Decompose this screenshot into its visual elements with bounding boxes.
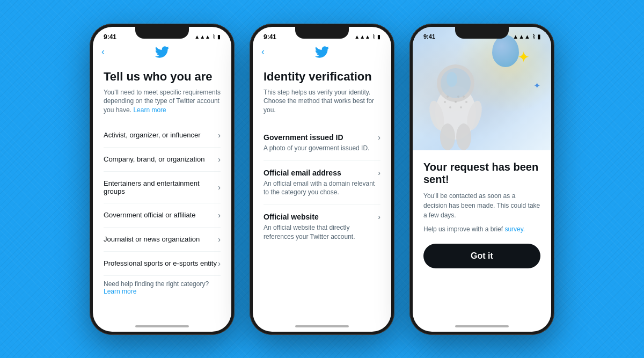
ver-desc-id: A photo of your goverment issued ID. [264,144,380,153]
survey-text: Help us improve with a brief survey. [423,225,540,233]
nav-bar-2: ‹ [253,43,391,61]
notch-3 [455,27,509,39]
battery-icon-2: ▮ [377,34,380,40]
help-text-1: Need help finding the right category? Le… [104,280,221,295]
screen-1-title: Tell us who you are [104,70,221,84]
menu-item-sports[interactable]: Professional sports or e-sports entity › [104,252,221,276]
phone-1: 9:41 ▲▲▲ ⌇ ▮ ‹ Tell us who you are You'l… [90,24,235,335]
chevron-icon-activist: › [218,131,221,140]
survey-prefix: Help us improve with a brief [423,225,503,233]
astronaut-illustration [418,32,493,150]
menu-item-activist[interactable]: Activist, organizer, or influencer › [104,123,221,148]
svg-point-10 [455,101,457,103]
twitter-logo-1 [155,46,170,58]
menu-item-journalist[interactable]: Journalist or news organization › [104,228,221,252]
wifi-icon-2: ⌇ [372,34,375,40]
battery-icon-3: ▮ [537,33,540,40]
chevron-icon-government: › [218,211,221,220]
chevron-icon-entertainers: › [218,183,221,192]
chevron-icon-id: › [378,133,380,142]
screen-3-description: You'll be contacted as soon as a decisio… [423,191,540,220]
svg-point-6 [440,123,455,150]
verification-option-website[interactable]: Official website › An official website t… [264,205,380,249]
svg-point-9 [449,106,451,108]
svg-point-13 [447,96,449,98]
svg-point-11 [460,106,462,108]
svg-point-15 [463,96,465,98]
ver-desc-email: An official email with a domain relevant… [264,179,380,198]
menu-item-company[interactable]: Company, brand, or organization › [104,148,221,172]
menu-item-journalist-label: Journalist or news organization [104,235,200,243]
success-image-area: ✦ ✦ 9:41 ▲▲▲ ⌇ ▮ [413,27,551,150]
nav-bar-1: ‹ [93,43,231,61]
svg-point-12 [465,101,467,103]
screen-1-content: Tell us who you are You'll need to meet … [93,61,231,322]
help-prefix: Need help finding the right category? [104,280,209,288]
home-indicator-2 [295,325,349,327]
menu-item-company-label: Company, brand, or organization [104,155,204,163]
ver-title-email: Official email address [264,169,341,177]
ver-title-website: Official website [264,213,319,221]
status-time-2: 9:41 [264,33,276,41]
status-icons-3: ▲▲▲ ⌇ ▮ [513,33,540,40]
chevron-icon-company: › [218,155,221,164]
screen-3-title: Your request has been sent! [423,161,540,186]
chevron-icon-journalist: › [218,235,221,244]
screen-1-subtitle: You'll need to meet specific requirement… [104,88,221,115]
status-time-1: 9:41 [104,33,116,41]
star-yellow-icon: ✦ [517,48,530,66]
phone-2: 9:41 ▲▲▲ ⌇ ▮ ‹ Identity verification Thi… [250,24,394,335]
menu-item-activist-label: Activist, organizer, or influencer [104,131,201,139]
svg-point-3 [447,72,457,87]
svg-point-14 [457,96,459,98]
verification-option-email[interactable]: Official email address › An official ema… [264,161,380,206]
help-link[interactable]: Learn more [104,288,136,295]
ver-desc-website: An official website that directly refere… [264,223,380,242]
screen-2-title: Identity verification [264,70,380,84]
verification-option-id[interactable]: Government issued ID › A photo of your g… [264,126,380,161]
screen-1-learn-more-link[interactable]: Learn more [133,106,166,114]
notch-2 [295,27,349,39]
signal-icon-1: ▲▲▲ [194,34,210,40]
wifi-icon-1: ⌇ [213,34,215,40]
menu-item-sports-label: Professional sports or e-sports entity [104,259,217,267]
signal-icon-2: ▲▲▲ [354,34,370,40]
star-blue-icon: ✦ [533,81,540,91]
wifi-icon-3: ⌇ [532,33,535,40]
menu-item-government[interactable]: Government official or affiliate › [104,203,221,228]
phone-3: ✦ ✦ 9:41 ▲▲▲ ⌇ ▮ [409,24,554,335]
back-button-2[interactable]: ‹ [261,46,265,57]
status-icons-1: ▲▲▲ ⌇ ▮ [194,34,221,40]
screen-2-subtitle: This step helps us verify your identity.… [264,88,380,115]
status-time-3: 9:41 [423,33,435,40]
battery-icon-1: ▮ [217,34,221,40]
home-indicator-3 [455,325,509,327]
home-indicator-1 [135,325,189,327]
twitter-logo-2 [314,46,330,58]
svg-point-8 [444,101,446,103]
menu-item-entertainers-label: Entertainers and entertainment groups [104,179,218,195]
status-icons-2: ▲▲▲ ⌇ ▮ [354,34,380,40]
screen-2-content: Identity verification This step helps us… [253,61,391,322]
back-button-1[interactable]: ‹ [101,46,105,57]
ver-title-id: Government issued ID [264,133,343,142]
got-it-button[interactable]: Got it [423,244,540,268]
chevron-icon-sports: › [218,259,221,268]
notch [135,27,189,39]
menu-item-entertainers[interactable]: Entertainers and entertainment groups › [104,172,221,203]
signal-icon-3: ▲▲▲ [513,33,530,40]
screen-3-content: Your request has been sent! You'll be co… [413,150,551,322]
chevron-icon-email: › [378,169,380,177]
chevron-icon-website: › [378,213,380,221]
menu-item-government-label: Government official or affiliate [104,211,196,219]
survey-link[interactable]: survey. [504,225,525,233]
svg-point-7 [456,123,471,150]
